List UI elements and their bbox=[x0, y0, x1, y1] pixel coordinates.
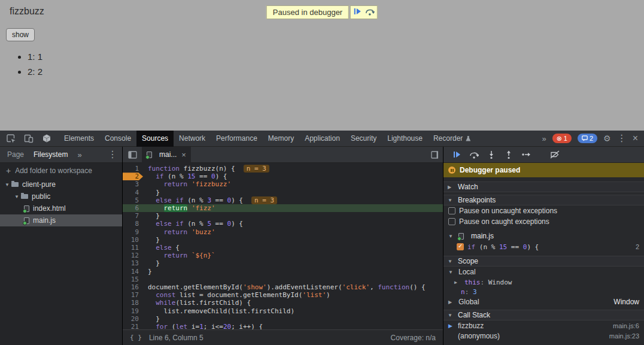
scope-n-row[interactable]: n: 3 bbox=[443, 287, 644, 296]
line-number[interactable]: 3 bbox=[123, 180, 143, 188]
toggle-debugger-sidebar-icon[interactable] bbox=[431, 149, 443, 161]
more-tabs-icon[interactable]: » bbox=[542, 134, 546, 143]
code-line[interactable]: 3 return 'fizzbuzz' bbox=[123, 180, 443, 188]
line-number[interactable]: 8 bbox=[123, 220, 143, 228]
code-line[interactable]: 5 else if (n % 3 == 0) {n = 3 bbox=[123, 196, 443, 204]
line-number[interactable]: 21 bbox=[123, 323, 143, 329]
code-line[interactable]: 4 } bbox=[123, 189, 443, 196]
toggle-navigator-icon[interactable] bbox=[126, 149, 138, 161]
line-number[interactable]: 20 bbox=[123, 315, 143, 323]
line-number[interactable]: 4 bbox=[123, 189, 143, 196]
line-number[interactable]: 6 bbox=[123, 204, 143, 212]
issues-count-badge[interactable]: 2 bbox=[578, 134, 597, 143]
pretty-print-button[interactable]: { } bbox=[130, 334, 142, 341]
code-line[interactable]: 9 return 'buzz' bbox=[123, 228, 443, 236]
code-line[interactable]: 15 bbox=[123, 276, 443, 283]
step-over-button[interactable] bbox=[365, 7, 375, 17]
line-number[interactable]: 16 bbox=[123, 283, 143, 291]
line-number[interactable]: 19 bbox=[123, 307, 143, 315]
line-number[interactable]: 13 bbox=[123, 259, 143, 267]
close-devtools-icon[interactable]: × bbox=[633, 134, 638, 143]
line-number[interactable]: 1 bbox=[123, 165, 143, 172]
call-stack-frame[interactable]: (anonymous)main.js:23 bbox=[443, 331, 644, 341]
pause-caught-checkbox[interactable] bbox=[448, 218, 455, 225]
line-number[interactable]: 11 bbox=[123, 244, 143, 252]
code-line[interactable]: 14} bbox=[123, 268, 443, 276]
code-line[interactable]: 12 return `${n}` bbox=[123, 252, 443, 259]
navigator-tab-page[interactable]: Page bbox=[7, 150, 24, 159]
code-line[interactable]: 19 list.removeChild(list.firstChild) bbox=[123, 307, 443, 315]
scope-global-group[interactable]: ▶ Global Window bbox=[443, 296, 644, 307]
close-tab-icon[interactable]: × bbox=[181, 150, 186, 159]
tab-performance[interactable]: Performance bbox=[211, 131, 263, 147]
code-line[interactable]: 20 } bbox=[123, 315, 443, 323]
navigator-tab-filesystem[interactable]: Filesystem bbox=[34, 150, 68, 159]
tab-network[interactable]: Network bbox=[174, 131, 211, 147]
tab-elements[interactable]: Elements bbox=[59, 131, 99, 147]
device-toolbar-icon[interactable] bbox=[23, 132, 35, 144]
resume-icon[interactable] bbox=[451, 149, 463, 161]
tab-lighthouse[interactable]: Lighthouse bbox=[382, 131, 428, 147]
step-over-icon[interactable] bbox=[468, 149, 480, 161]
line-number[interactable]: 7 bbox=[123, 212, 143, 220]
scope-local-group[interactable]: ▼ Local bbox=[443, 267, 644, 277]
tree-item-main-js[interactable]: main.js bbox=[0, 214, 122, 226]
resume-script-button[interactable] bbox=[353, 7, 362, 17]
code-line[interactable]: 16document.getElementById('show').addEve… bbox=[123, 283, 443, 291]
kebab-menu-icon[interactable]: ⋮ bbox=[617, 134, 627, 143]
tree-item-index-html[interactable]: index.html bbox=[0, 202, 122, 214]
code-line[interactable]: 11 else { bbox=[123, 244, 443, 252]
watch-section-header[interactable]: ▶ Watch bbox=[443, 181, 644, 192]
step-icon[interactable] bbox=[520, 149, 532, 161]
step-into-icon[interactable] bbox=[485, 149, 497, 161]
code-line[interactable]: 10 } bbox=[123, 236, 443, 244]
step-out-icon[interactable] bbox=[503, 149, 515, 161]
code-line[interactable]: 8 else if (n % 5 == 0) { bbox=[123, 220, 443, 228]
line-number[interactable]: 15 bbox=[123, 276, 143, 283]
code-line[interactable]: 21 for (let i=1; i<=20; i++) { bbox=[123, 323, 443, 329]
line-number[interactable]: 18 bbox=[123, 299, 143, 307]
breakpoint-file-group[interactable]: ▼ main.js bbox=[443, 231, 644, 241]
code-line[interactable]: 7 } bbox=[123, 212, 443, 220]
settings-gear-icon[interactable]: ⚙ bbox=[603, 134, 611, 143]
line-number[interactable]: 5 bbox=[123, 196, 143, 204]
deactivate-breakpoints-icon[interactable] bbox=[549, 149, 561, 161]
tab-recorder[interactable]: Recorder bbox=[428, 131, 476, 147]
tab-console[interactable]: Console bbox=[99, 131, 136, 147]
tab-security[interactable]: Security bbox=[345, 131, 382, 147]
show-button[interactable]: show bbox=[6, 28, 35, 41]
call-stack-frame[interactable]: ▶fizzbuzzmain.js:6 bbox=[443, 320, 644, 331]
scope-section-header[interactable]: ▼ Scope bbox=[443, 256, 644, 267]
code-line[interactable]: 1function fizzbuzz(n) {n = 3 bbox=[123, 165, 443, 172]
line-number[interactable]: 17 bbox=[123, 291, 143, 299]
breakpoints-section-header[interactable]: ▼ Breakpoints bbox=[443, 195, 644, 205]
tab-application[interactable]: Application bbox=[299, 131, 345, 147]
code-line[interactable]: 17 const list = document.getElementById(… bbox=[123, 291, 443, 299]
tab-memory[interactable]: Memory bbox=[263, 131, 299, 147]
error-count-badge[interactable]: ⊗ 1 bbox=[552, 134, 572, 143]
tree-item-client-pure[interactable]: ▼client-pure bbox=[0, 178, 122, 190]
line-number[interactable]: 10 bbox=[123, 236, 143, 244]
navigator-kebab-icon[interactable]: ⋮ bbox=[108, 150, 117, 159]
scope-this-row[interactable]: ▶ this: Window bbox=[443, 277, 644, 287]
extension-cube-icon[interactable] bbox=[41, 132, 53, 144]
add-folder-button[interactable]: + Add folder to workspace bbox=[0, 163, 122, 178]
line-number[interactable]: 12 bbox=[123, 252, 143, 259]
code-line[interactable]: 13 } bbox=[123, 259, 443, 267]
code-editor[interactable]: 1function fizzbuzz(n) {n = 32 if (n % 15… bbox=[123, 163, 443, 329]
breakpoint-marker[interactable]: 2 bbox=[123, 172, 143, 180]
editor-tab-main-js[interactable]: mai... × bbox=[142, 147, 191, 163]
breakpoint-checkbox[interactable] bbox=[457, 243, 464, 250]
code-line[interactable]: 2 if (n % 15 == 0) { bbox=[123, 172, 443, 180]
tab-sources[interactable]: Sources bbox=[136, 131, 174, 147]
code-line[interactable]: 6 return 'fizz' bbox=[123, 204, 443, 212]
code-line[interactable]: 18 while(list.firstChild) { bbox=[123, 299, 443, 307]
inspect-element-icon[interactable] bbox=[5, 132, 17, 144]
line-number[interactable]: 9 bbox=[123, 228, 143, 236]
call-stack-section-header[interactable]: ▼ Call Stack bbox=[443, 310, 644, 320]
pause-uncaught-checkbox[interactable] bbox=[448, 207, 455, 214]
breakpoint-entry[interactable]: if (n % 15 == 0) { 2 bbox=[443, 241, 644, 252]
navigator-more-tabs-icon[interactable]: » bbox=[77, 150, 81, 159]
line-number[interactable]: 14 bbox=[123, 268, 143, 276]
tree-item-public[interactable]: ▼public bbox=[0, 190, 122, 202]
